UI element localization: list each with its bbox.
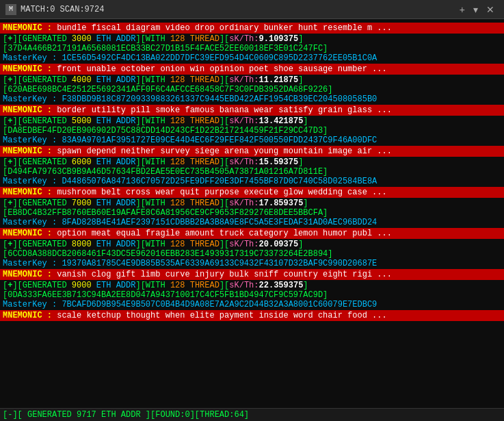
generated-line: [+][GENERATED 3000 ETH ADDR][WITH 128 TH…	[0, 34, 504, 44]
token-t-thread: THREAD	[190, 75, 220, 85]
token-t-bracket	[185, 75, 189, 85]
token-t-bracket	[185, 157, 189, 167]
app-icon: M	[5, 4, 16, 15]
generated-line: [+][GENERATED 7000 ETH ADDR][WITH 128 TH…	[0, 199, 504, 208]
token-t-bracket	[185, 281, 189, 290]
token-t-bracket: ]	[298, 75, 303, 85]
token-t-bracket	[185, 199, 189, 208]
mnemonic-label: MNEMONIC :	[3, 270, 57, 279]
address-line: [D494FA79763CB9B9A46D57634FBD2EAE5E0EC73…	[0, 167, 504, 177]
mnemonic-label: MNEMONIC :	[3, 188, 57, 197]
address-line: [6CCD8A388DCB2068461F43DC5E962016EBB283E…	[0, 249, 504, 259]
token-t-num: 6000	[72, 157, 92, 167]
token-t-thread: 128	[170, 240, 185, 249]
address-line: [37D4A466B217191A6568081ECB33BC27D1B15F4…	[0, 44, 504, 53]
mnemonic-line: MNEMONIC : scale ketchup thought when el…	[0, 310, 504, 321]
token-t-sk: sK/Th:	[229, 199, 258, 208]
token-t-eth: ETH ADDR	[92, 75, 136, 85]
token-t-bracket: ][WITH	[135, 199, 170, 208]
token-t-bracket: ][	[220, 281, 229, 290]
generated-line: [+][GENERATED 8000 ETH ADDR][WITH 128 TH…	[0, 240, 504, 249]
token-t-eth: ETH ADDR	[92, 116, 136, 126]
token-t-bracket: ][GENERATED	[12, 157, 71, 167]
token-t-bracket: ]	[298, 240, 303, 249]
token-t-sk: sK/Th:	[229, 281, 258, 290]
token-t-bracket: ][GENERATED	[12, 75, 71, 85]
token-t-bracket: ][	[220, 34, 229, 44]
token-t-num: 9000	[72, 281, 92, 290]
token-t-sk: sK/Th:	[229, 75, 258, 85]
mnemonic-line: MNEMONIC : bundle fiscal diagram video d…	[0, 23, 504, 34]
titlebar: M MATCH:0 SCAN:9724 + ▾ ✕	[0, 0, 504, 19]
token-t-thread: THREAD	[190, 116, 220, 126]
status-bar: [-][ GENERATED 9717 ETH ADDR ][FOUND:0][…	[0, 408, 504, 421]
title-text: MATCH:0 SCAN:9724	[21, 5, 455, 14]
generated-line: [+][GENERATED 6000 ETH ADDR][WITH 128 TH…	[0, 157, 504, 167]
address-line: [EB8DC4B32FFB8760EB60E19AFAFE8C6A81956CE…	[0, 208, 504, 218]
token-t-bracket: ][GENERATED	[12, 199, 71, 208]
token-t-eth: ETH ADDR	[92, 199, 136, 208]
mnemonic-text: border utility pill smoke famous banana …	[57, 105, 392, 115]
tab-menu-button[interactable]: ▾	[469, 3, 482, 16]
token-t-bracket: ]	[298, 157, 303, 167]
token-t-thread: 128	[170, 199, 185, 208]
token-t-val: 11.21875	[259, 75, 299, 85]
masterkey-line: MasterKey : 7BCAFD6D9B954E9B507C0B4B4D9A…	[0, 300, 504, 309]
mnemonic-line: MNEMONIC : option meat equal fragile amo…	[0, 228, 504, 239]
token-t-bracket: ]	[303, 281, 308, 290]
token-t-bracket: ][	[220, 240, 229, 249]
mnemonic-line: MNEMONIC : mushroom belt cross wear quit…	[0, 187, 504, 198]
new-tab-button[interactable]: +	[455, 3, 469, 16]
token-t-bracket	[185, 240, 189, 249]
token-t-bracket: ][GENERATED	[12, 116, 71, 126]
token-t-thread: 128	[170, 157, 185, 167]
token-t-bracket: ][	[220, 157, 229, 167]
mnemonic-line: MNEMONIC : spawn depend neither survey s…	[0, 146, 504, 157]
token-t-num: 8000	[72, 240, 92, 249]
token-t-bracket: ][	[220, 75, 229, 85]
masterkey-line: MasterKey : F38DBD9B18C87209339883261337…	[0, 94, 504, 104]
masterkey-line: MasterKey : 8FAD828B4E41AEF2397151CDBBB2…	[0, 218, 504, 227]
mnemonic-text: scale ketchup thought when elite payment…	[57, 311, 386, 320]
mnemonic-text: bundle fiscal diagram video drop ordinar…	[57, 23, 392, 33]
output-content: MNEMONIC : bundle fiscal diagram video d…	[0, 19, 504, 408]
mnemonic-text: vanish clog gift limb curve injury bulk …	[57, 270, 392, 279]
token-t-bracket: ][WITH	[135, 116, 170, 126]
mnemonic-text: mushroom belt cross wear quit purpose ex…	[57, 188, 386, 197]
token-t-thread: THREAD	[190, 157, 220, 167]
token-t-bracket	[185, 34, 189, 44]
token-t-sk: sK/Th:	[229, 34, 258, 44]
token-t-bracket: ][GENERATED	[12, 34, 71, 44]
address-line: [620ABE698BC4E2512E5692341AFF0F6C4AFCCE6…	[0, 85, 504, 94]
token-t-sk: sK/Th:	[229, 240, 258, 249]
token-t-bracket: ][WITH	[135, 281, 170, 290]
token-t-num: 4000	[72, 75, 92, 85]
token-t-thread: 128	[170, 34, 185, 44]
mnemonic-text: front unable october onion win opinion p…	[57, 64, 386, 74]
token-t-thread: 128	[170, 116, 185, 126]
masterkey-line: MasterKey : 19370A81785C4E9DB85B535AF633…	[0, 259, 504, 268]
token-t-thread: 128	[170, 281, 185, 290]
token-t-thread: THREAD	[190, 199, 220, 208]
masterkey-line: MasterKey : D44865076A847136C70572D25FE9…	[0, 177, 504, 186]
masterkey-line: MasterKey : 83A9A9701AF3951727E09CE44D4E…	[0, 136, 504, 145]
token-t-val: 22.359375	[259, 281, 304, 290]
token-t-sk: sK/Th:	[229, 157, 258, 167]
token-t-val: 13.421875	[259, 116, 304, 126]
address-line: [DA8EDBEF4FD20EB906902D75C88CDD14D243CF1…	[0, 126, 504, 136]
token-t-eth: ETH ADDR	[92, 34, 136, 44]
token-t-thread: THREAD	[190, 240, 220, 249]
mnemonic-line: MNEMONIC : front unable october onion wi…	[0, 64, 504, 75]
mnemonic-label: MNEMONIC :	[3, 146, 57, 156]
mnemonic-text: option meat equal fragile amount truck c…	[57, 229, 392, 238]
mnemonic-line: MNEMONIC : border utility pill smoke fam…	[0, 105, 504, 116]
mnemonic-line: MNEMONIC : vanish clog gift limb curve i…	[0, 269, 504, 280]
mnemonic-label: MNEMONIC :	[3, 105, 57, 115]
token-t-bracket	[185, 116, 189, 126]
close-button[interactable]: ✕	[482, 3, 499, 16]
generated-line: [+][GENERATED 5000 ETH ADDR][WITH 128 TH…	[0, 116, 504, 126]
token-t-bracket: ][GENERATED	[12, 240, 71, 249]
token-t-bracket: ][WITH	[135, 157, 170, 167]
token-t-bracket: ][WITH	[135, 34, 170, 44]
token-t-num: 7000	[72, 199, 92, 208]
